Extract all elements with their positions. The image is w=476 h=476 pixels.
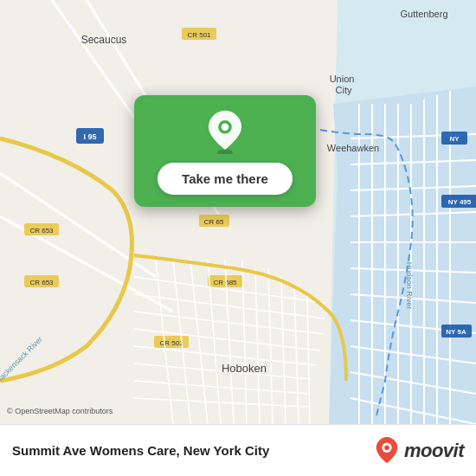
- map-background: I 95 CR 653 CR 653 CR 501 CR 501 CR 685 …: [0, 0, 476, 424]
- svg-text:Hoboken: Hoboken: [222, 362, 267, 375]
- moovit-pin-icon: [375, 436, 399, 466]
- svg-text:Union: Union: [330, 74, 355, 84]
- bottom-bar: Summit Ave Womens Care, New York City mo…: [0, 424, 476, 476]
- location-name: Summit Ave Womens Care, New York City: [12, 443, 375, 458]
- svg-point-77: [222, 123, 229, 131]
- svg-text:CR 685: CR 685: [213, 279, 237, 286]
- svg-point-75: [217, 150, 232, 154]
- moovit-brand-text: moovit: [404, 440, 464, 462]
- map-container: I 95 CR 653 CR 653 CR 501 CR 501 CR 685 …: [0, 0, 476, 424]
- svg-text:CR 501: CR 501: [187, 31, 211, 39]
- svg-text:Hudson River: Hudson River: [405, 262, 414, 310]
- svg-text:CR 653: CR 653: [29, 227, 54, 235]
- svg-text:© OpenStreetMap contributors: © OpenStreetMap contributors: [7, 407, 113, 415]
- svg-text:Guttenberg: Guttenberg: [400, 9, 447, 19]
- svg-text:CR 653: CR 653: [29, 279, 54, 286]
- location-pin-icon: [203, 109, 248, 154]
- svg-text:NY 495: NY 495: [448, 198, 472, 206]
- svg-text:NY: NY: [449, 135, 460, 143]
- svg-text:NY 9A: NY 9A: [446, 328, 466, 336]
- svg-point-79: [384, 445, 389, 450]
- svg-text:Secaucus: Secaucus: [81, 34, 127, 46]
- moovit-logo: moovit: [375, 436, 464, 466]
- svg-text:I 95: I 95: [83, 132, 96, 141]
- location-card: Take me there: [134, 95, 316, 207]
- svg-text:CR 65: CR 65: [204, 218, 224, 226]
- take-me-there-button[interactable]: Take me there: [158, 163, 293, 195]
- svg-text:CR 501: CR 501: [159, 339, 183, 347]
- svg-text:City: City: [336, 85, 352, 95]
- svg-marker-1: [0, 0, 338, 424]
- svg-text:Weehawken: Weehawken: [327, 143, 379, 153]
